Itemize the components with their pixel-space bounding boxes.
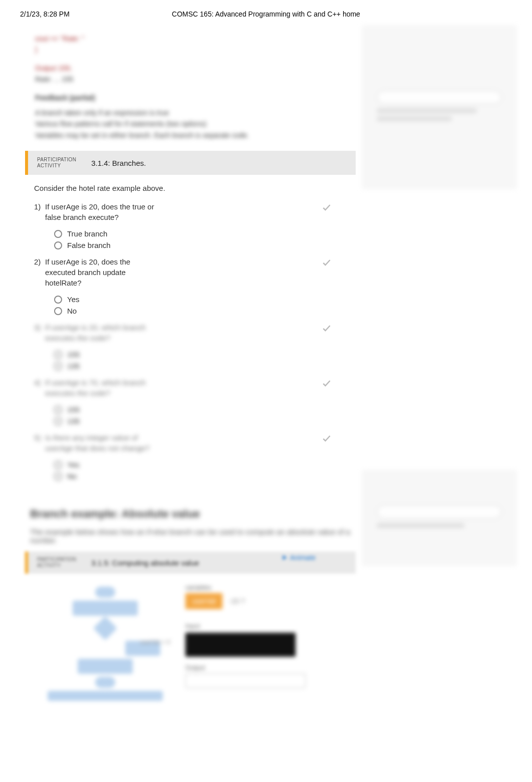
option-label: Yes <box>67 295 79 304</box>
check-icon <box>322 257 332 268</box>
question-5-options: Yes No <box>54 460 347 480</box>
check-icon <box>322 433 332 443</box>
activity-title: 3.1.4: Branches. <box>91 159 146 167</box>
activity-label: PARTICIPATION ACTIVITY <box>37 557 76 569</box>
radio-icon <box>54 296 62 304</box>
sidebar-card-1 <box>362 25 517 189</box>
radio-icon <box>54 241 62 249</box>
radio-icon <box>54 472 62 480</box>
section-paragraph: The example below shows how an if-else b… <box>30 528 351 545</box>
io-panel: variables userVal -15 ? Input Output <box>185 584 346 704</box>
radio-option[interactable]: 155 <box>54 350 347 359</box>
question-4: 4) If userAge is 70, which branch execut… <box>34 377 347 398</box>
play-label: Animate <box>290 554 316 562</box>
activity-intro: Consider the hotel rate example above. <box>34 184 347 192</box>
radio-icon <box>54 406 62 414</box>
question-1: 1) If userAge is 20, does the true or fa… <box>34 201 347 222</box>
radio-option[interactable]: True branch <box>54 229 347 238</box>
radio-option[interactable]: 155 <box>54 405 347 414</box>
check-icon <box>322 378 332 388</box>
main-content: cout << "Rate: " } Output 155; Rate: ...… <box>25 23 356 714</box>
variable-box: userVal <box>185 593 222 609</box>
activity-body: Consider the hotel rate example above. 1… <box>25 175 356 492</box>
question-1-options: True branch False branch <box>54 229 347 249</box>
activity-header: PARTICIPATION ACTIVITY 3.1.4: Branches. <box>25 151 356 175</box>
check-icon <box>322 323 332 333</box>
option-label: No <box>67 472 77 480</box>
radio-option[interactable]: No <box>54 472 347 480</box>
sidebar-card-2 <box>362 470 517 566</box>
question-5: 5) Is there any integer value of userAge… <box>34 432 347 453</box>
radio-option[interactable]: False branch <box>54 241 347 249</box>
question-4-options: 155 135 <box>54 405 347 425</box>
header-spacer <box>422 10 512 18</box>
option-label: Yes <box>67 460 79 469</box>
radio-option[interactable]: 135 <box>54 417 347 425</box>
flowchart: userVal < 0 <box>35 584 175 704</box>
right-sidebar <box>362 25 517 566</box>
check-icon <box>322 202 332 212</box>
option-label: 155 <box>67 350 80 359</box>
section-title: Branch example: Absolute value <box>30 507 351 520</box>
radio-option[interactable]: Yes <box>54 295 347 304</box>
activity-label: PARTICIPATION ACTIVITY <box>37 157 76 169</box>
animation-header: PARTICIPATION ACTIVITY 3.1.5: Computing … <box>25 552 356 574</box>
radio-icon <box>54 417 62 425</box>
radio-icon <box>54 351 62 359</box>
svg-marker-0 <box>283 555 287 560</box>
output-console <box>185 673 306 688</box>
question-2: 2) If userAge is 20, does the executed b… <box>34 256 347 288</box>
radio-option[interactable]: No <box>54 307 347 315</box>
option-label: 135 <box>67 417 80 425</box>
play-button[interactable]: Animate <box>281 554 316 562</box>
radio-icon <box>54 230 62 238</box>
animation-body: userVal < 0 variables userVal -15 ? Inpu… <box>25 574 356 714</box>
question-3-options: 155 135 <box>54 350 347 370</box>
option-label: False branch <box>67 241 111 249</box>
output-label: Output <box>185 664 346 671</box>
variables-label: variables <box>185 584 346 591</box>
input-label: Input <box>185 622 346 630</box>
play-icon <box>281 554 288 561</box>
header-title: COMSC 165: Advanced Programming with C a… <box>110 10 422 18</box>
code-output-blurred: cout << "Rate: " } Output 155; Rate: ...… <box>25 23 356 151</box>
radio-option[interactable]: 135 <box>54 362 347 370</box>
option-label: No <box>67 307 77 315</box>
page-header: 2/1/23, 8:28 PM COMSC 165: Advanced Prog… <box>0 0 532 23</box>
radio-option[interactable]: Yes <box>54 460 347 469</box>
question-3: 3) If userAge is 20, which branch execut… <box>34 322 347 343</box>
option-label: 135 <box>67 362 80 370</box>
animation-title: 3.1.5: Computing absolute value <box>91 559 199 567</box>
radio-icon <box>54 461 62 469</box>
question-2-options: Yes No <box>54 295 347 315</box>
input-console <box>185 633 296 657</box>
radio-icon <box>54 307 62 315</box>
option-label: True branch <box>67 229 107 238</box>
radio-icon <box>54 362 62 370</box>
variable-value: -15 ? <box>229 597 245 605</box>
header-timestamp: 2/1/23, 8:28 PM <box>20 10 110 18</box>
option-label: 155 <box>67 405 80 414</box>
